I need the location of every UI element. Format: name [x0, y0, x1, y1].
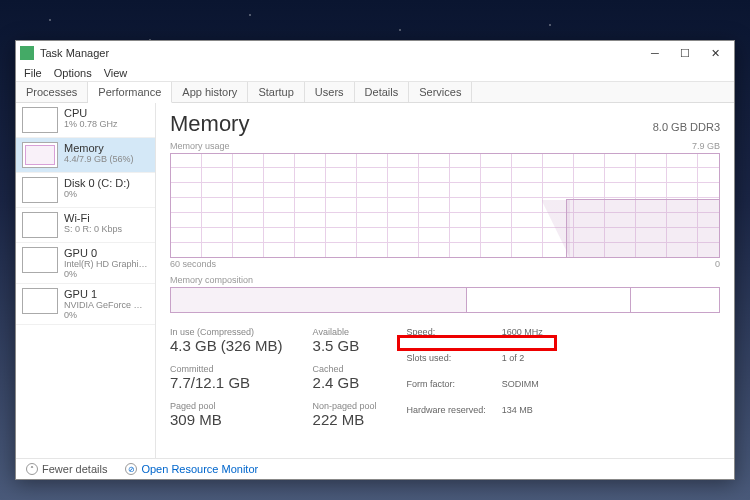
detail-form: SODIMM [502, 379, 543, 402]
detail-grid: Speed:1600 MHz Slots used:1 of 2 Form fa… [407, 327, 543, 428]
sidebar-item-cpu[interactable]: CPU1% 0.78 GHz [16, 103, 155, 138]
tab-details[interactable]: Details [355, 82, 410, 102]
detail-hw: 134 MB [502, 405, 543, 428]
sidebar-item-wifi[interactable]: Wi-FiS: 0 R: 0 Kbps [16, 208, 155, 243]
sidebar-item-memory[interactable]: Memory4.4/7.9 GB (56%) [16, 138, 155, 173]
memory-capacity: 8.0 GB DDR3 [653, 121, 720, 133]
window-title: Task Manager [40, 47, 640, 59]
sidebar-item-gpu1[interactable]: GPU 1NVIDIA GeForce GTX 960% [16, 284, 155, 325]
detail-slots: 1 of 2 [502, 353, 543, 376]
chevron-up-icon: ˄ [26, 463, 38, 475]
sidebar: CPU1% 0.78 GHz Memory4.4/7.9 GB (56%) Di… [16, 103, 156, 458]
memory-composition-bar [170, 287, 720, 313]
content: CPU1% 0.78 GHz Memory4.4/7.9 GB (56%) Di… [16, 103, 734, 458]
titlebar[interactable]: Task Manager ─ ☐ ✕ [16, 41, 734, 65]
gpu0-thumb [22, 247, 58, 273]
stat-cached: 2.4 GB [313, 374, 377, 391]
tab-startup[interactable]: Startup [248, 82, 304, 102]
fewer-details-link[interactable]: ˄Fewer details [26, 463, 107, 475]
resource-monitor-link[interactable]: ⊘Open Resource Monitor [125, 463, 258, 475]
slots-highlight [397, 335, 557, 351]
page-title: Memory [170, 111, 249, 137]
usage-max: 7.9 GB [692, 141, 720, 151]
footer: ˄Fewer details ⊘Open Resource Monitor [16, 458, 734, 479]
close-button[interactable]: ✕ [700, 43, 730, 63]
stat-nonpaged: 222 MB [313, 411, 377, 428]
stat-paged: 309 MB [170, 411, 283, 428]
axis-right: 0 [715, 259, 720, 269]
stat-committed: 7.7/12.1 GB [170, 374, 283, 391]
menu-file[interactable]: File [24, 67, 42, 79]
stats: In use (Compressed)4.3 GB (326 MB) Commi… [170, 327, 720, 428]
tab-users[interactable]: Users [305, 82, 355, 102]
tab-services[interactable]: Services [409, 82, 472, 102]
monitor-icon: ⊘ [125, 463, 137, 475]
menu-view[interactable]: View [104, 67, 128, 79]
memory-thumb [22, 142, 58, 168]
minimize-button[interactable]: ─ [640, 43, 670, 63]
sidebar-item-disk[interactable]: Disk 0 (C: D:)0% [16, 173, 155, 208]
usage-label: Memory usage [170, 141, 230, 151]
task-manager-window: Task Manager ─ ☐ ✕ File Options View Pro… [15, 40, 735, 480]
axis-left: 60 seconds [170, 259, 216, 269]
composition-label: Memory composition [170, 275, 720, 285]
app-icon [20, 46, 34, 60]
disk-thumb [22, 177, 58, 203]
tab-performance[interactable]: Performance [88, 82, 172, 103]
memory-usage-chart [170, 153, 720, 258]
tab-app-history[interactable]: App history [172, 82, 248, 102]
main-panel: Memory 8.0 GB DDR3 Memory usage 7.9 GB 6… [156, 103, 734, 458]
stat-inuse: 4.3 GB (326 MB) [170, 337, 283, 354]
sidebar-item-gpu0[interactable]: GPU 0Intel(R) HD Graphics 5300% [16, 243, 155, 284]
menubar: File Options View [16, 65, 734, 82]
tab-processes[interactable]: Processes [16, 82, 88, 102]
wifi-thumb [22, 212, 58, 238]
menu-options[interactable]: Options [54, 67, 92, 79]
tabs: Processes Performance App history Startu… [16, 82, 734, 103]
cpu-thumb [22, 107, 58, 133]
maximize-button[interactable]: ☐ [670, 43, 700, 63]
gpu1-thumb [22, 288, 58, 314]
stat-avail: 3.5 GB [313, 337, 377, 354]
